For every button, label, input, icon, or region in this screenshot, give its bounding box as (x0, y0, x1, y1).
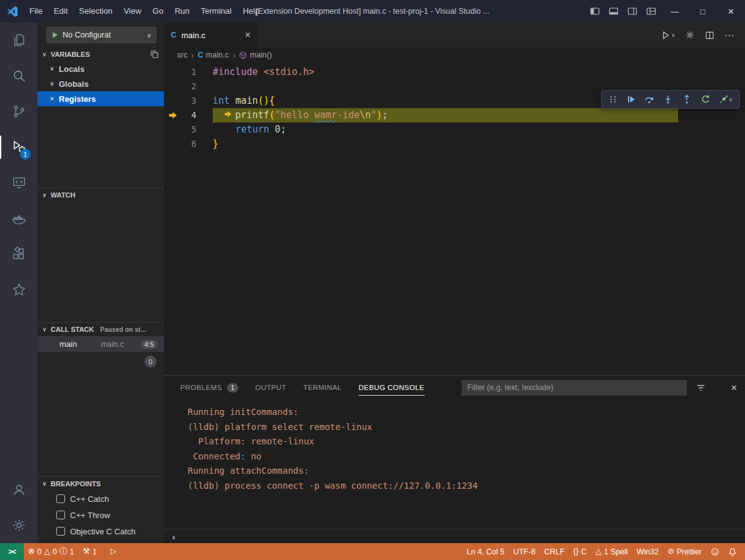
problems-status[interactable]: ⊗ 0 △ 0 ⓘ 1 (24, 543, 78, 560)
menu-go[interactable]: Go (147, 0, 169, 22)
toolchain-status[interactable]: ⚒ 1 (78, 543, 101, 560)
call-stack-section-header[interactable]: ∨ CALL STACK Paused on st... (38, 322, 164, 336)
breakpoints-section-header[interactable]: ∨ BREAKPOINTS (38, 477, 164, 491)
tab-problems[interactable]: PROBLEMS 1 (180, 376, 238, 399)
close-tab-icon[interactable]: ✕ (245, 31, 251, 39)
glyph-margin[interactable] (164, 65, 181, 79)
menu-run[interactable]: Run (169, 0, 195, 22)
glyph-margin[interactable] (164, 79, 181, 94)
panel-filter-lines-button[interactable] (696, 383, 706, 392)
step-into-button[interactable] (663, 94, 673, 104)
console-line: Platform: remote-linux (188, 434, 745, 449)
menu-file[interactable]: File (24, 0, 48, 22)
activity-extensions[interactable] (0, 236, 38, 272)
checkbox[interactable] (56, 511, 65, 519)
close-window-button[interactable]: ✕ (717, 0, 745, 22)
collapse-all-button[interactable] (150, 50, 159, 59)
close-panel-button[interactable]: ✕ (731, 383, 737, 392)
panel-actions: ✕ (687, 383, 737, 392)
warning-icon: △ (44, 548, 50, 556)
feedback-button[interactable] (706, 543, 724, 560)
activity-search[interactable] (0, 58, 38, 94)
watch-section-header[interactable]: ∨ WATCH (38, 188, 164, 202)
toggle-sidebar-button[interactable] (585, 0, 604, 22)
restart-button[interactable] (701, 94, 711, 104)
remote-indicator[interactable]: >< (0, 543, 24, 560)
tab-terminal[interactable]: TERMINAL (303, 376, 342, 399)
code-line-1[interactable]: 1 #include <stdio.h> (164, 65, 745, 79)
customize-layout-button[interactable] (642, 0, 661, 22)
breakpoint-cpp-catch[interactable]: C++ Catch (38, 491, 164, 507)
activity-explorer[interactable] (0, 22, 38, 58)
cursor-position[interactable]: Ln 4, Col 5 (462, 543, 509, 560)
checkbox[interactable] (56, 527, 65, 536)
activity-source-control[interactable] (0, 94, 38, 129)
activity-settings[interactable] (0, 508, 38, 543)
encoding[interactable]: UTF-8 (509, 543, 539, 560)
spell-label: 1 Spell (604, 548, 628, 556)
breakpoint-objc-catch[interactable]: Objective C Catch (38, 523, 164, 539)
toggle-secondary-sidebar-button[interactable] (623, 0, 642, 22)
code-editor[interactable]: ∨ 1 #include <stdio.h> 2 3 int (164, 62, 745, 375)
breakpoint-cpp-throw[interactable]: C++ Throw (38, 507, 164, 523)
checkbox[interactable] (56, 494, 65, 503)
menu-edit[interactable]: Edit (48, 0, 73, 22)
variables-section-header[interactable]: ∨ VARIABLES (38, 48, 164, 61)
tab-output[interactable]: OUTPUT (255, 376, 286, 399)
target-platform[interactable]: Win32 (632, 543, 663, 560)
minimize-button[interactable]: — (661, 0, 689, 22)
glyph-margin[interactable] (164, 108, 181, 122)
scope-locals[interactable]: ∨ Locals (38, 61, 164, 76)
step-over-button[interactable] (644, 94, 654, 104)
tab-debug-console[interactable]: DEBUG CONSOLE (358, 376, 425, 399)
stack-frame-file: main.c (101, 340, 124, 349)
menu-terminal[interactable]: Terminal (195, 0, 237, 22)
activity-star[interactable] (0, 272, 38, 308)
run-file-button[interactable]: ∨ (661, 31, 675, 40)
line-number: 1 (181, 65, 196, 79)
formatter-status[interactable]: ⊘ Prettier (663, 543, 706, 560)
maximize-button[interactable]: □ (689, 0, 717, 22)
glyph-margin[interactable] (164, 122, 181, 137)
activity-remote-explorer[interactable] (0, 165, 38, 201)
more-actions-button[interactable]: ⋯ (724, 29, 735, 41)
scope-globals[interactable]: ∨ Globals (38, 76, 164, 91)
activity-docker[interactable] (0, 201, 38, 236)
debug-status-button[interactable]: ▷ (106, 543, 121, 560)
scope-registers[interactable]: > Registers (38, 91, 164, 106)
code-line-6[interactable]: 6 } (164, 137, 745, 151)
console-filter-input[interactable] (462, 380, 687, 396)
maximize-panel-button[interactable] (714, 383, 722, 392)
menu-selection[interactable]: Selection (73, 0, 118, 22)
menu-view[interactable]: View (118, 0, 147, 22)
debug-console-input[interactable]: › (164, 529, 745, 543)
breadcrumb-file[interactable]: C main.c (198, 51, 229, 59)
breadcrumb-folder[interactable]: src (177, 51, 188, 59)
grip-dots-icon (609, 95, 617, 104)
search-icon (11, 68, 27, 84)
breadcrumb-symbol-label: main() (250, 51, 271, 59)
code-line-4-current[interactable]: 4 printf("hello wamr-ide\n"); (164, 108, 745, 122)
debug-play-icon: ▷ (111, 548, 117, 556)
activity-run-and-debug[interactable]: 1 (0, 129, 38, 165)
notifications-button[interactable] (724, 543, 741, 560)
language-mode[interactable]: {} C (569, 543, 591, 560)
activity-accounts[interactable] (0, 472, 38, 508)
stack-frame-row[interactable]: main main.c 4:5 (38, 336, 164, 352)
glyph-margin[interactable] (164, 94, 181, 108)
disconnect-button[interactable]: ∨ (719, 94, 732, 104)
breadcrumb-symbol[interactable]: main() (239, 51, 271, 59)
continue-button[interactable] (626, 94, 636, 104)
editor-settings-button[interactable] (685, 30, 695, 40)
split-editor-button[interactable] (705, 31, 714, 40)
debug-toolbar-drag-handle[interactable] (609, 95, 617, 104)
glyph-margin[interactable] (164, 137, 181, 151)
debug-config-dropdown[interactable]: No Configurat ∨ (46, 27, 156, 43)
debug-console-output[interactable]: Running initCommands: (lldb) platform se… (164, 399, 745, 493)
tab-main-c[interactable]: C main.c ✕ (164, 22, 258, 48)
code-line-5[interactable]: 5 return 0; (164, 122, 745, 137)
step-out-button[interactable] (682, 94, 692, 104)
eol-sequence[interactable]: CRLF (540, 543, 569, 560)
spell-checker-status[interactable]: △ 1 Spell (591, 543, 632, 560)
toggle-panel-button[interactable] (604, 0, 623, 22)
